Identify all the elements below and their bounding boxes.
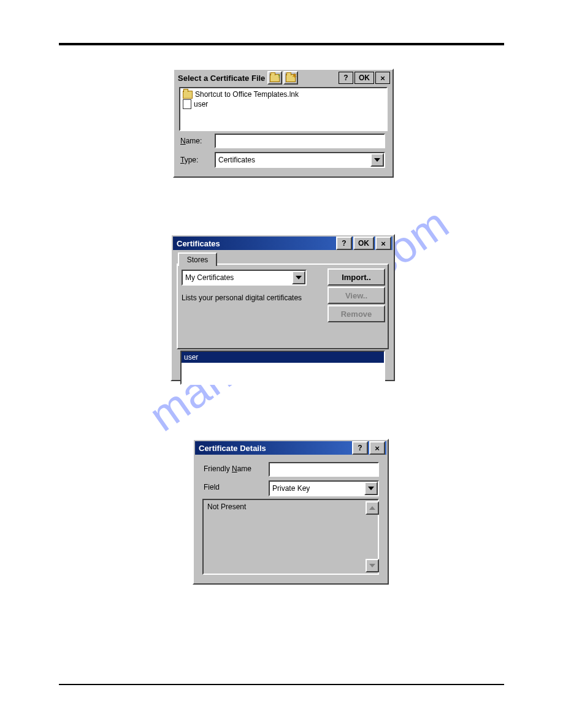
field-dropdown[interactable]: Private Key — [269, 480, 379, 496]
store-selected: My Certificates — [183, 273, 292, 282]
friendly-name-label: Friendly Name — [204, 464, 251, 473]
file-name: user — [194, 100, 208, 108]
list-item[interactable]: user — [183, 99, 384, 109]
folder-up-icon[interactable]: ↑ — [267, 71, 282, 85]
tab-stores[interactable]: Stores — [178, 252, 217, 266]
certificates-dialog: Certificates ? OK × Stores My Certificat… — [170, 234, 395, 381]
folder-icon — [183, 91, 193, 99]
type-value: Certificates — [216, 156, 370, 164]
list-item[interactable]: Shortcut to Office Templates.lnk — [183, 89, 384, 99]
file-name: Shortcut to Office Templates.lnk — [195, 90, 299, 99]
name-input[interactable] — [215, 134, 385, 148]
close-button[interactable]: × — [375, 237, 391, 250]
select-certificate-file-dialog: Select a Certificate File ↑ ✶ ? OK × Sho… — [173, 69, 394, 178]
certificate-details-dialog: Certificate Details ? × Friendly Name Fi… — [193, 439, 389, 585]
type-label: Type: — [180, 156, 198, 164]
help-button[interactable]: ? — [339, 72, 353, 84]
scroll-down-icon[interactable] — [366, 559, 379, 572]
help-button[interactable]: ? — [336, 237, 352, 250]
page-rule-top — [59, 43, 504, 45]
detail-textarea[interactable]: Not Present — [202, 499, 379, 575]
remove-button[interactable]: Remove — [327, 305, 385, 322]
chevron-down-icon[interactable] — [364, 482, 378, 495]
store-dropdown[interactable]: My Certificates — [182, 270, 307, 286]
detail-text: Not Present — [207, 502, 246, 511]
dialog3-body: Friendly Name Field Private Key Not Pres… — [195, 455, 386, 582]
list-item-selected[interactable]: user — [182, 352, 384, 363]
field-label: Field — [204, 483, 220, 491]
certificate-listbox[interactable]: user — [180, 351, 385, 385]
dialog2-titlebar: Certificates ? OK × — [173, 237, 393, 250]
chevron-down-icon[interactable] — [292, 271, 305, 284]
dialog3-title: Certificate Details — [199, 444, 266, 453]
page-rule-bottom — [59, 684, 504, 685]
chevron-down-icon[interactable] — [370, 153, 384, 167]
file-icon — [183, 99, 191, 109]
type-dropdown[interactable]: Certificates — [215, 152, 385, 168]
field-value: Private Key — [270, 484, 364, 493]
help-button[interactable]: ? — [352, 441, 368, 455]
dialog3-titlebar: Certificate Details ? × — [195, 441, 386, 455]
ok-button[interactable]: OK — [354, 72, 374, 84]
scrollbar[interactable] — [366, 501, 377, 572]
dialog1-titlebar: Select a Certificate File ↑ ✶ ? OK × — [175, 71, 391, 85]
new-folder-icon[interactable]: ✶ — [283, 71, 298, 85]
store-description: Lists your personal digital certificates — [182, 293, 304, 303]
dialog2-title: Certificates — [177, 239, 220, 248]
name-label: Name: — [180, 137, 202, 145]
scroll-up-icon[interactable] — [366, 501, 379, 515]
view-button[interactable]: View.. — [327, 287, 385, 304]
ok-button[interactable]: OK — [353, 237, 374, 250]
close-button[interactable]: × — [369, 441, 385, 455]
dialog2-body: Stores My Certificates Lists your person… — [173, 250, 393, 379]
dialog1-title: Select a Certificate File — [178, 74, 265, 83]
close-button[interactable]: × — [375, 72, 390, 84]
file-list-pane[interactable]: Shortcut to Office Templates.lnk user — [179, 87, 388, 131]
import-button[interactable]: Import.. — [327, 268, 385, 286]
friendly-name-input[interactable] — [269, 462, 379, 477]
